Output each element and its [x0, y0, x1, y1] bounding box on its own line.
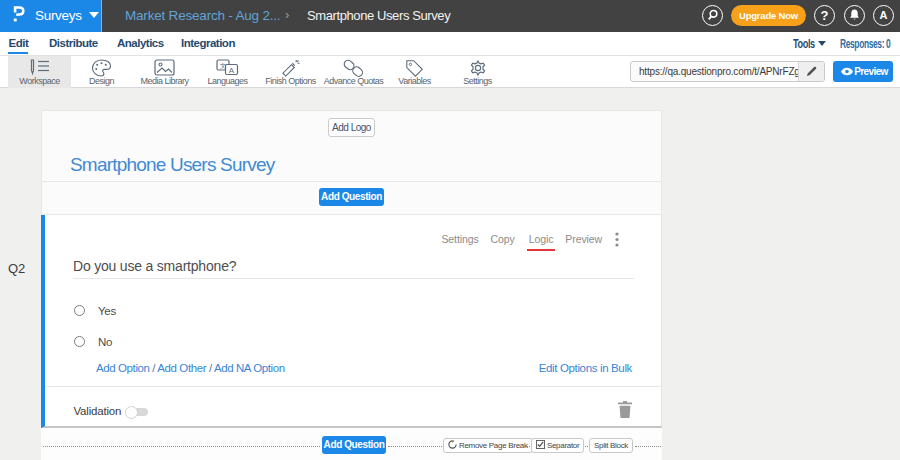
svg-text:文: 文: [220, 62, 227, 69]
svg-text:A: A: [229, 66, 235, 75]
